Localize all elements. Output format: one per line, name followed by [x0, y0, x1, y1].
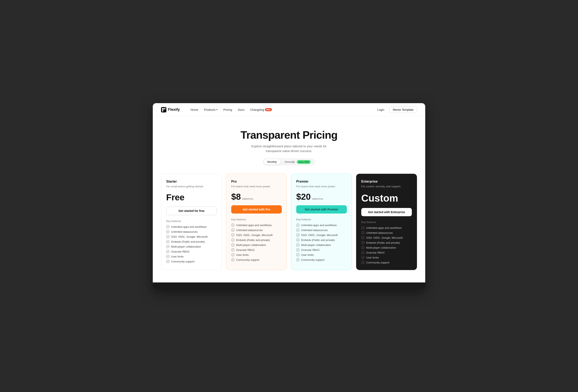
- list-item: Unlimited datasources: [296, 228, 347, 232]
- list-item: Community support: [166, 260, 217, 263]
- check-circle-icon: [296, 223, 299, 227]
- list-item: Unlimited apps and workflows: [296, 223, 347, 227]
- nav-pricing[interactable]: Pricing: [221, 107, 235, 113]
- nav-links: Home Products ▾ Pricing Docs Changelog N…: [188, 107, 375, 113]
- page-wrapper: Flexify Home Products ▾ Pricing Docs Cha…: [153, 103, 425, 289]
- check-circle-icon: [361, 236, 365, 239]
- cta-premier[interactable]: Get started with Premier: [296, 205, 347, 214]
- plan-card-pro: Pro For teams that need more power. $8 e…: [226, 174, 287, 270]
- new-badge: New: [265, 108, 272, 111]
- feature-list-premier: Unlimited apps and workflows Unlimited d…: [296, 223, 347, 261]
- features-label-premier: Key features: [296, 218, 347, 221]
- check-circle-icon: [231, 253, 235, 257]
- check-circle-icon: [231, 223, 235, 227]
- check-circle-icon: [361, 226, 365, 229]
- svg-rect-2: [164, 108, 165, 109]
- plan-desc-pro: For teams that need more power.: [231, 185, 282, 188]
- billing-toggle: Monthly Annually Save 20%: [161, 158, 417, 166]
- check-circle-icon: [231, 228, 235, 232]
- list-item: Unlimited datasources: [231, 228, 282, 232]
- pricing-cards: Starter For small teams getting started.…: [161, 174, 417, 270]
- plan-price-premier: $20 editor/mo: [296, 192, 347, 201]
- check-circle-icon: [361, 246, 365, 249]
- check-circle-icon: [231, 258, 235, 261]
- check-circle-icon: [361, 241, 365, 244]
- list-item: Community support: [361, 261, 412, 264]
- list-item: Community support: [231, 258, 282, 261]
- check-circle-icon: [166, 250, 169, 253]
- list-item: User limits: [296, 253, 347, 257]
- plan-card-starter: Starter For small teams getting started.…: [161, 174, 222, 270]
- check-circle-icon: [296, 253, 299, 257]
- page-title: Transparent Pricing: [161, 129, 417, 141]
- plan-name-premier: Premier: [296, 180, 347, 183]
- check-circle-icon: [231, 248, 235, 252]
- list-item: Unlimited apps and workflows: [231, 223, 282, 227]
- cta-pro[interactable]: Get started with Pro: [231, 205, 282, 214]
- pricing-hero: Transparent Pricing Explore straightforw…: [161, 129, 417, 166]
- list-item: SSO: OIDC, Google, Microsoft: [361, 236, 412, 239]
- save-badge: Save 20%: [297, 160, 311, 164]
- plan-card-premier: Premier For teams that need more power. …: [291, 174, 352, 270]
- check-circle-icon: [361, 231, 365, 234]
- plan-desc-starter: For small teams getting started.: [166, 185, 217, 188]
- nav-docs[interactable]: Docs: [235, 107, 247, 113]
- list-item: Multi-player collaboration: [361, 246, 412, 249]
- check-circle-icon: [361, 251, 365, 254]
- check-circle-icon: [296, 238, 299, 242]
- nav-changelog[interactable]: Changelog New: [248, 107, 274, 113]
- cta-enterprise[interactable]: Get started with Enterprise: [361, 208, 412, 216]
- plan-price-enterprise: Custom: [361, 192, 412, 204]
- features-label-enterprise: Key features: [361, 221, 412, 224]
- check-circle-icon: [166, 245, 169, 248]
- nav-actions: Login Remix Template: [375, 106, 417, 113]
- check-circle-icon: [296, 233, 299, 237]
- monthly-toggle[interactable]: Monthly: [264, 159, 281, 165]
- remix-template-button[interactable]: Remix Template: [389, 106, 417, 113]
- list-item: Unlimited datasources: [166, 230, 217, 233]
- feature-list-pro: Unlimited apps and workflows Unlimited d…: [231, 223, 282, 261]
- cta-starter[interactable]: Get started for free: [166, 207, 217, 215]
- feature-list-starter: Unlimited apps and workflows Unlimited d…: [166, 225, 217, 263]
- list-item: Unlimited apps and workflows: [166, 225, 217, 228]
- svg-rect-3: [162, 110, 163, 111]
- nav-products[interactable]: Products ▾: [201, 107, 220, 113]
- plan-price-pro: $8 editor/mo: [231, 192, 282, 201]
- logo-text: Flexify: [168, 107, 180, 112]
- logo-icon: [161, 107, 166, 112]
- login-button[interactable]: Login: [375, 107, 387, 113]
- list-item: Multi-player collaboration: [166, 245, 217, 248]
- nav-home[interactable]: Home: [188, 107, 201, 113]
- list-item: Granular RBAC: [361, 251, 412, 254]
- list-item: Granular RBAC: [166, 250, 217, 253]
- list-item: User limits: [361, 256, 412, 259]
- logo[interactable]: Flexify: [161, 107, 180, 112]
- check-circle-icon: [231, 233, 235, 237]
- list-item: SSO: OIDC, Google, Microsoft: [166, 235, 217, 238]
- list-item: Granular RBAC: [231, 248, 282, 252]
- list-item: Multi-player collaboration: [231, 243, 282, 247]
- list-item: SSO: OIDC, Google, Microsoft: [296, 233, 347, 237]
- features-label-pro: Key features: [231, 218, 282, 221]
- list-item: Embeds (Public and private): [296, 238, 347, 242]
- list-item: SSO: OIDC, Google, Microsoft: [231, 233, 282, 237]
- check-circle-icon: [166, 255, 169, 258]
- check-circle-icon: [361, 256, 365, 259]
- plan-name-enterprise: Enterprise: [361, 180, 412, 183]
- list-item: Embeds (Public and private): [231, 238, 282, 242]
- check-circle-icon: [296, 243, 299, 247]
- list-item: Multi-player collaboration: [296, 243, 347, 247]
- list-item: Community support: [296, 258, 347, 261]
- toggle-container: Monthly Annually Save 20%: [263, 158, 315, 166]
- features-label-starter: Key features: [166, 220, 217, 223]
- list-item: Unlimited datasources: [361, 231, 412, 234]
- check-circle-icon: [296, 228, 299, 232]
- check-circle-icon: [166, 230, 169, 233]
- list-item: User limits: [166, 255, 217, 258]
- plan-price-starter: Free: [166, 192, 217, 202]
- list-item: Embeds (Public and private): [361, 241, 412, 244]
- annually-toggle[interactable]: Annually Save 20%: [281, 159, 314, 165]
- navbar: Flexify Home Products ▾ Pricing Docs Cha…: [153, 103, 425, 116]
- page-subtitle: Explore straightforward plans tailored t…: [161, 144, 417, 153]
- list-item: Granular RBAC: [296, 248, 347, 252]
